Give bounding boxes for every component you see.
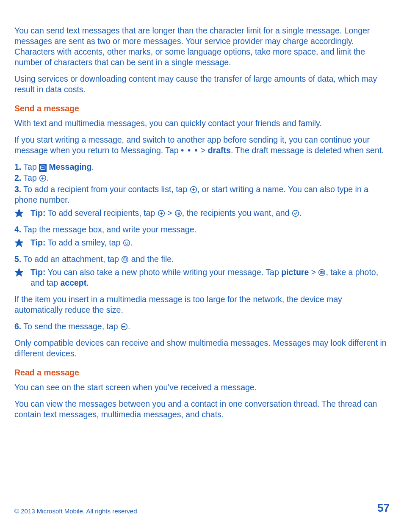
text: To add a recipient from your contacts li… <box>21 185 189 194</box>
attach-circle-icon <box>121 256 129 263</box>
large-item-note: If the item you insert in a multimedia m… <box>14 294 390 315</box>
compat-note: Only compatible devices can receive and … <box>14 338 390 359</box>
page-number: 57 <box>377 501 390 515</box>
text: . <box>130 238 133 247</box>
step-2: 2. Tap . <box>14 173 390 183</box>
text: . <box>299 208 302 218</box>
tip-label: Tip: <box>30 208 45 218</box>
step-5: 5. To add an attachment, tap and the fil… <box>14 254 390 265</box>
text: Tap <box>21 173 39 182</box>
step-number: 4. <box>14 225 21 234</box>
step-number: 3. <box>14 185 21 194</box>
tip-1: Tip: To add several recipients, tap > , … <box>14 208 390 218</box>
text: > <box>198 146 208 155</box>
text: , the recipients you want, and <box>182 208 292 218</box>
step-1: 1. Tap Messaging. <box>14 162 390 172</box>
step-6: 6. To send the message, tap . <box>14 321 390 332</box>
tip-label: Tip: <box>30 267 45 277</box>
messaging-app-name: Messaging <box>47 162 91 171</box>
intro-paragraph-1: You can send text messages that are long… <box>14 25 390 68</box>
tip-star-icon <box>14 267 30 277</box>
picture-label: picture <box>281 267 309 277</box>
step-number: 2. <box>14 173 21 182</box>
text: . <box>128 322 130 331</box>
camera-circle-icon <box>318 269 326 276</box>
tip-star-icon <box>14 237 30 248</box>
text: To send the message, tap <box>21 322 120 331</box>
text: To add an attachment, tap <box>21 254 121 264</box>
smiley-icon <box>123 239 130 247</box>
messaging-tile-icon <box>39 164 47 172</box>
list-circle-icon <box>174 209 182 217</box>
text: Tap <box>21 162 39 171</box>
text: To add a smiley, tap <box>45 238 122 247</box>
step-number: 6. <box>14 322 21 331</box>
send-paragraph-1: With text and multimedia messages, you c… <box>14 118 390 129</box>
add-circle-icon <box>39 174 47 182</box>
send-circle-icon <box>120 323 128 331</box>
intro-paragraph-2: Using services or downloading content ma… <box>14 74 390 95</box>
text: > <box>309 267 318 277</box>
send-a-message-heading: Send a message <box>14 103 390 114</box>
read-a-message-heading: Read a message <box>14 367 390 378</box>
tip-2: Tip: To add a smiley, tap . <box>14 237 390 248</box>
step-3: 3. To add a recipient from your contacts… <box>14 184 390 205</box>
step-4: 4. Tap the message box, and write your m… <box>14 224 390 235</box>
step-number: 1. <box>14 162 21 171</box>
tip-star-icon <box>14 208 30 218</box>
tip-label: Tip: <box>30 238 45 247</box>
tip-3: Tip: You can also take a new photo while… <box>14 267 390 288</box>
text: . <box>91 162 94 171</box>
accept-label: accept <box>60 278 86 287</box>
text: You can also take a new photo while writ… <box>45 267 281 277</box>
add-circle-icon <box>158 209 165 217</box>
text: . The draft message is deleted when sent… <box>231 146 384 155</box>
copyright: © 2013 Microsoft Mobile. All rights rese… <box>14 507 139 515</box>
add-circle-icon <box>190 186 197 193</box>
text: . <box>86 278 89 287</box>
read-paragraph-1: You can see on the start screen when you… <box>14 382 390 393</box>
check-circle-icon <box>292 209 299 217</box>
text: To add several recipients, tap <box>45 208 157 218</box>
drafts-label: drafts <box>208 146 231 155</box>
text: . <box>47 173 49 182</box>
send-paragraph-2: If you start writing a message, and swit… <box>14 135 390 156</box>
read-paragraph-2: You can view the messages between you an… <box>14 399 390 420</box>
step-number: 5. <box>14 254 21 264</box>
more-dots: • • • <box>181 146 198 155</box>
text: Tap the message box, and write your mess… <box>21 225 196 234</box>
text: > <box>165 208 174 218</box>
text: and the file. <box>129 254 174 264</box>
